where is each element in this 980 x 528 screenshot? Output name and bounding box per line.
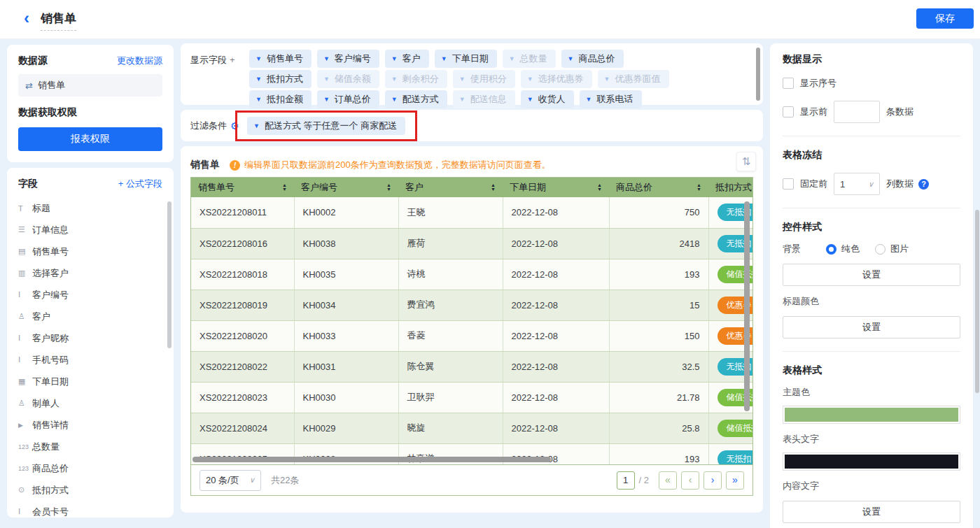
field-item-order-info[interactable]: ☰订单信息: [18, 219, 162, 241]
field-chip[interactable]: 总数量: [503, 50, 556, 68]
page-size-select[interactable]: 20 条/页: [200, 470, 261, 491]
column-header[interactable]: 商品总价: [609, 178, 708, 197]
change-datasource-link[interactable]: 更改数据源: [117, 55, 162, 67]
divider: [783, 208, 960, 208]
sort-icon[interactable]: [696, 183, 701, 192]
field-item-sale-detail[interactable]: ▶销售详情: [18, 414, 162, 436]
field-item-deduct-type[interactable]: ⊙抵扣方式: [18, 479, 162, 501]
column-header[interactable]: 客户: [398, 178, 503, 197]
image-radio[interactable]: [875, 244, 886, 255]
field-chip[interactable]: 储值余额: [317, 70, 379, 88]
next-page-button[interactable]: [704, 471, 722, 490]
content-text-set-button[interactable]: 设置: [783, 501, 960, 523]
field-item-order-date[interactable]: ▦下单日期: [18, 371, 162, 392]
field-chip[interactable]: 剩余积分: [385, 70, 447, 88]
field-chip[interactable]: 客户: [385, 50, 429, 68]
field-chip[interactable]: 下单日期: [435, 50, 497, 68]
column-header[interactable]: 下单日期: [503, 178, 609, 197]
field-chip[interactable]: 使用积分: [453, 70, 515, 88]
field-chip[interactable]: 订单总价: [317, 90, 379, 108]
title-icon: T: [18, 204, 32, 213]
field-item-creator[interactable]: ♙制单人: [18, 392, 162, 414]
cell-customer: 香菱: [398, 320, 503, 351]
fields-card: 字段 + 公式字段 T标题 ☰订单信息 ▤销售单号 ▥选择客户 Ⅰ客户编号 ♙客…: [7, 168, 174, 518]
field-chip[interactable]: 商品总价: [561, 50, 624, 68]
sort-icon[interactable]: [386, 183, 391, 192]
prev-page-button[interactable]: [681, 471, 699, 490]
field-item-phone[interactable]: Ⅰ手机号码: [18, 349, 162, 371]
field-item-order-no[interactable]: ▤销售单号: [18, 241, 162, 262]
fields-scrollbar[interactable]: [167, 201, 172, 348]
field-item-total-qty[interactable]: 123总数量: [18, 436, 162, 457]
column-header[interactable]: 客户编号: [294, 178, 398, 197]
chevron-down-icon: [586, 96, 592, 103]
show-first-count-input[interactable]: [834, 101, 880, 123]
cell-order-no: XS20221208024: [191, 413, 294, 443]
table-horizontal-scrollbar[interactable]: [192, 457, 551, 462]
chip-label: 订单总价: [335, 93, 371, 106]
sort-icon[interactable]: [282, 183, 287, 192]
back-icon[interactable]: [18, 9, 35, 29]
field-chip[interactable]: 配送信息: [453, 90, 515, 108]
sort-icon[interactable]: [491, 183, 496, 192]
field-chip[interactable]: 抵扣方式: [249, 70, 312, 88]
sort-icon[interactable]: [597, 183, 602, 192]
page-title[interactable]: 销售单: [41, 10, 76, 31]
save-button[interactable]: 保存: [916, 8, 974, 29]
last-page-button[interactable]: [726, 471, 744, 490]
datasource-title: 数据源: [18, 55, 48, 67]
display-fields-scrollbar[interactable]: [756, 48, 760, 101]
background-set-button[interactable]: 设置: [783, 264, 960, 286]
preview-warning: 编辑界面只取数据源前200条作为查询数据预览，完整数据请访问页面查看。: [230, 159, 551, 171]
freeze-count-select[interactable]: 1: [834, 173, 880, 195]
report-permission-button[interactable]: 报表权限: [18, 127, 162, 151]
field-item-select-customer[interactable]: ▥选择客户: [18, 262, 162, 284]
number-icon: 123: [18, 443, 32, 450]
field-chip[interactable]: 销售单号: [249, 50, 312, 68]
column-label: 客户编号: [301, 181, 337, 194]
field-chip[interactable]: 优惠券面值: [598, 70, 669, 88]
total-count: 共22条: [271, 474, 299, 487]
column-header[interactable]: 抵扣方式: [708, 178, 752, 197]
field-chip[interactable]: 选择优惠券: [521, 70, 592, 88]
field-chip[interactable]: 联系电话: [580, 90, 642, 108]
field-item-goods-total[interactable]: 123商品总价: [18, 457, 162, 479]
solid-color-radio[interactable]: [826, 244, 836, 255]
field-label: 会员卡号: [32, 506, 69, 518]
chevron-down-icon: [459, 76, 465, 83]
datasource-item[interactable]: 销售单: [18, 74, 162, 97]
cell-total: 193: [609, 443, 708, 464]
field-chip[interactable]: 客户编号: [317, 50, 379, 68]
field-chip[interactable]: 配送方式: [385, 90, 447, 108]
header-text-swatch[interactable]: [783, 452, 960, 471]
theme-color-fill: [785, 408, 958, 422]
chevron-down-icon: [323, 96, 330, 103]
help-icon[interactable]: [918, 179, 929, 190]
field-chip[interactable]: 收货人: [521, 90, 574, 108]
panel-scrollbar[interactable]: [975, 210, 979, 393]
freeze-checkbox[interactable]: [783, 178, 794, 190]
page-of-total: / 2: [639, 475, 649, 485]
table-row: XS20221208011KH0002王晓2022-12-08750无抵扣: [191, 197, 752, 228]
field-item-title[interactable]: T标题: [18, 197, 162, 219]
field-item-customer[interactable]: ♙客户: [18, 306, 162, 327]
divider: [783, 351, 960, 352]
field-label: 抵扣方式: [32, 484, 69, 497]
filter-condition-chip[interactable]: 配送方式 等于任意一个 商家配送: [247, 117, 405, 135]
add-formula-field-link[interactable]: + 公式字段: [118, 178, 162, 190]
title-color-set-button[interactable]: 设置: [783, 316, 960, 338]
show-first-checkbox[interactable]: [783, 106, 794, 117]
field-item-member-card[interactable]: Ⅰ会员卡号: [18, 501, 162, 518]
first-page-button[interactable]: [659, 471, 677, 490]
add-field-button[interactable]: +: [230, 55, 235, 65]
show-index-checkbox[interactable]: [783, 78, 794, 89]
field-chip[interactable]: 抵扣金额: [249, 90, 312, 108]
field-item-customer-no[interactable]: Ⅰ客户编号: [18, 284, 162, 306]
table-vertical-scrollbar[interactable]: [744, 201, 750, 411]
column-header[interactable]: 销售单号: [191, 178, 294, 197]
theme-color-swatch[interactable]: [783, 406, 960, 424]
document-icon: ▤: [18, 247, 32, 256]
sort-order-button[interactable]: [736, 152, 756, 171]
field-item-nickname[interactable]: Ⅰ客户昵称: [18, 327, 162, 349]
current-page-box[interactable]: 1: [617, 471, 635, 490]
